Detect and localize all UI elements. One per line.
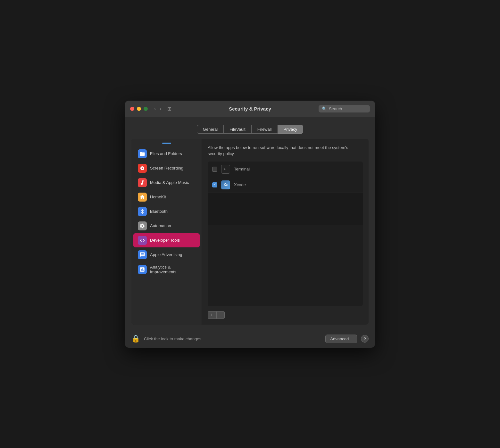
forward-button[interactable]: › bbox=[158, 105, 162, 112]
search-box: 🔍 bbox=[319, 105, 370, 112]
apps-list-container: >_ Terminal Xc Xcode bbox=[208, 162, 363, 306]
tab-general[interactable]: General bbox=[197, 125, 223, 134]
tab-privacy[interactable]: Privacy bbox=[278, 125, 304, 134]
titlebar: ‹ › ⊞ Security & Privacy 🔍 bbox=[125, 101, 375, 117]
sidebar-item-files-folders[interactable]: Files and Folders bbox=[133, 147, 200, 161]
list-actions: + − bbox=[208, 311, 363, 319]
analytics-icon bbox=[138, 265, 147, 274]
sidebar-item-label: Media & Apple Music bbox=[150, 180, 189, 185]
tab-filevault[interactable]: FileVault bbox=[223, 125, 251, 134]
sidebar: Files and Folders Screen Recording Media… bbox=[131, 139, 202, 325]
sidebar-item-screen-recording[interactable]: Screen Recording bbox=[133, 161, 200, 175]
sidebar-item-label: Screen Recording bbox=[150, 166, 183, 170]
svg-point-1 bbox=[142, 167, 143, 169]
apple-advertising-icon bbox=[138, 250, 147, 259]
screen-recording-icon bbox=[138, 164, 147, 173]
bluetooth-icon bbox=[138, 207, 147, 216]
minimize-button[interactable] bbox=[137, 107, 141, 111]
bottom-bar: 🔒 Click the lock to make changes. Advanc… bbox=[125, 330, 375, 348]
remove-app-button[interactable]: − bbox=[216, 311, 225, 319]
sidebar-item-label: Bluetooth bbox=[150, 209, 168, 214]
sidebar-item-label: Developer Tools bbox=[150, 238, 180, 243]
window-title: Security & Privacy bbox=[229, 106, 271, 112]
files-folders-icon bbox=[138, 149, 147, 158]
homekit-icon bbox=[138, 193, 147, 202]
tabs-row: General FileVault Firewall Privacy bbox=[131, 125, 369, 134]
xcode-checkbox[interactable] bbox=[212, 182, 217, 187]
developer-tools-icon bbox=[138, 236, 147, 245]
add-app-button[interactable]: + bbox=[208, 311, 216, 319]
empty-area bbox=[208, 193, 363, 225]
search-icon: 🔍 bbox=[322, 106, 327, 111]
grid-button[interactable]: ⊞ bbox=[167, 105, 172, 112]
automation-icon bbox=[138, 221, 147, 230]
xcode-name: Xcode bbox=[234, 182, 246, 187]
traffic-lights bbox=[130, 107, 148, 111]
search-input[interactable] bbox=[329, 106, 367, 111]
maximize-button[interactable] bbox=[144, 107, 148, 111]
help-button[interactable]: ? bbox=[361, 335, 369, 343]
app-list-item: Xc Xcode bbox=[208, 177, 363, 193]
terminal-name: Terminal bbox=[234, 167, 250, 171]
sidebar-item-bluetooth[interactable]: Bluetooth bbox=[133, 204, 200, 219]
sidebar-item-label: Analytics & Improvements bbox=[150, 265, 195, 274]
xcode-icon: Xc bbox=[221, 180, 230, 189]
sidebar-item-label: HomeKit bbox=[150, 195, 166, 199]
detail-description: Allow the apps below to run software loc… bbox=[208, 145, 363, 157]
nav-buttons: ‹ › bbox=[153, 105, 163, 112]
terminal-icon: >_ bbox=[221, 165, 230, 174]
sidebar-item-label: Files and Folders bbox=[150, 151, 182, 156]
back-button[interactable]: ‹ bbox=[153, 105, 157, 112]
detail-panel: Allow the apps below to run software loc… bbox=[202, 139, 369, 325]
media-icon bbox=[138, 178, 147, 187]
sidebar-item-apple-advertising[interactable]: Apple Advertising bbox=[133, 248, 200, 262]
sidebar-item-analytics-improvements[interactable]: Analytics & Improvements bbox=[133, 262, 200, 277]
sidebar-item-developer-tools[interactable]: Developer Tools bbox=[133, 233, 200, 247]
advanced-button[interactable]: Advanced... bbox=[325, 335, 357, 343]
tab-firewall[interactable]: Firewall bbox=[251, 125, 278, 134]
content-area: General FileVault Firewall Privacy Files… bbox=[125, 117, 375, 330]
sidebar-item-label: Automation bbox=[150, 223, 171, 228]
close-button[interactable] bbox=[130, 107, 134, 111]
lock-icon[interactable]: 🔒 bbox=[131, 335, 140, 343]
main-panel: Files and Folders Screen Recording Media… bbox=[131, 139, 369, 325]
terminal-checkbox[interactable] bbox=[212, 167, 217, 172]
lock-text: Click the lock to make changes. bbox=[144, 336, 321, 341]
sidebar-item-automation[interactable]: Automation bbox=[133, 219, 200, 233]
scroll-indicator bbox=[162, 143, 171, 144]
sidebar-item-homekit[interactable]: HomeKit bbox=[133, 190, 200, 204]
sidebar-item-media-apple-music[interactable]: Media & Apple Music bbox=[133, 176, 200, 190]
sidebar-item-label: Apple Advertising bbox=[150, 252, 182, 257]
window: ‹ › ⊞ Security & Privacy 🔍 General FileV… bbox=[125, 101, 375, 348]
scroll-hint bbox=[131, 141, 202, 146]
app-list-item: >_ Terminal bbox=[208, 162, 363, 177]
